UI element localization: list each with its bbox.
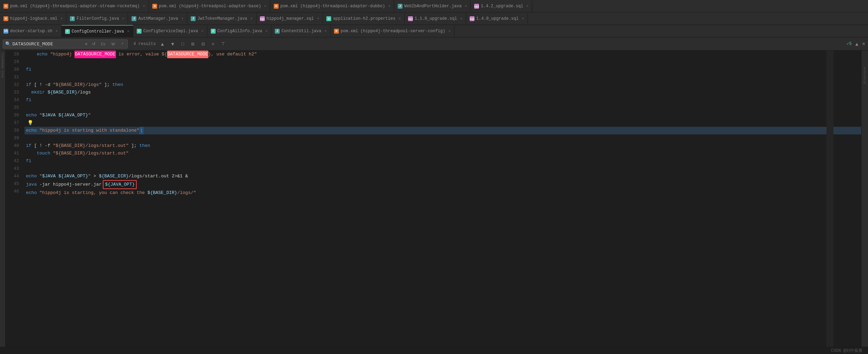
tab-label: pom.xml (hippo4j-threadpool-adapter-dubb… [280, 4, 385, 9]
tab-close[interactable]: × [265, 29, 268, 33]
tab-label: hippo4j_manager.sql [266, 16, 314, 21]
tab-label: pom.xml (hippo4j-threadpool-adapter-base… [159, 4, 261, 9]
add-cursor-button[interactable]: ⊞ [189, 41, 197, 47]
tab-contentutil[interactable]: J ContentUtil.java × [271, 25, 331, 37]
whole-word-button[interactable]: W [109, 41, 117, 47]
tab-configcontroller[interactable]: C ConfigController.java × [62, 25, 133, 37]
app-window: m pom.xml (hippo4j-threadpool-adapter-st… [0, 0, 868, 354]
collapse-results-button[interactable]: ▲ [855, 41, 859, 47]
case-sensitive-button[interactable]: Cc [99, 41, 107, 47]
tab-close[interactable]: × [264, 4, 266, 8]
tab-pom-dubbo[interactable]: m pom.xml (hippo4j-threadpool-adapter-du… [270, 0, 394, 12]
java-icon: J [132, 16, 136, 21]
tab-label: ConfigServiceImpl.java [143, 29, 198, 34]
code-line-30: fi [25, 66, 861, 73]
code-line-31 [25, 73, 861, 81]
search-input[interactable] [12, 41, 82, 46]
tab-manager-sql[interactable]: sql hippo4j_manager.sql × [256, 12, 323, 25]
replace-button[interactable]: ≡ [210, 41, 216, 47]
xml-icon: m [3, 16, 8, 21]
java-icon: J [398, 4, 403, 9]
tab-close[interactable]: × [181, 17, 184, 21]
cfg-icon: C [65, 29, 70, 34]
code-line-33: mkdir ${BASE_DIR}/logs [25, 89, 861, 96]
tab-close[interactable]: × [127, 29, 129, 34]
tab-label: pom.xml (hippo4j-threadpool-server-confi… [341, 29, 445, 34]
tab-close[interactable]: × [448, 29, 451, 33]
tab-webib[interactable]: J WebIbAndPortHolder.java × [394, 0, 471, 12]
scroll-gutter [826, 51, 833, 347]
tab-configserviceimpl[interactable]: C ConfigServiceImpl.java × [133, 25, 207, 37]
sql-icon: sql [470, 16, 474, 21]
tab-close[interactable]: × [388, 4, 390, 8]
keyword-fi-3: fi [26, 157, 31, 165]
close-search-panel-button[interactable]: × [862, 41, 865, 47]
java-icon: J [275, 29, 280, 34]
refresh-search-button[interactable]: ↺ [91, 41, 97, 47]
code-line-29 [25, 58, 861, 66]
clear-search-button[interactable]: × [83, 41, 89, 47]
regex-button[interactable]: .* [119, 41, 125, 47]
code-line-41: touch "${BASE_DIR}/logs/start.out" [25, 150, 861, 157]
filter-button[interactable]: ⊤ [219, 40, 227, 47]
tab-close[interactable]: × [250, 17, 253, 21]
code-lines: echo "hippo4j DATASOURCE_MODE is error, … [25, 51, 861, 347]
prev-result-button[interactable]: ▲ [159, 41, 166, 47]
code-line-34: fi [25, 96, 861, 104]
tab-142-upgrade[interactable]: sql 1.4.2_upgrade.sql × [471, 0, 532, 12]
tab-row-3: sh docker-startup.sh × C ConfigControlle… [0, 25, 868, 37]
tab-close[interactable]: × [526, 4, 529, 8]
tab-close[interactable]: × [460, 17, 462, 21]
code-line-43 [25, 165, 861, 172]
search-results-count: 4 results [133, 42, 156, 46]
tab-110-upgrade[interactable]: sql 1.1.0_upgrade.sql × [405, 12, 466, 25]
tab-label: 1.4.2_upgrade.sql [481, 4, 523, 9]
select-all-matches-button[interactable]: □ [179, 40, 186, 47]
tab-close[interactable]: × [317, 17, 319, 21]
tab-close[interactable]: × [143, 4, 145, 8]
tab-140-upgrade[interactable]: sql 1.4.0_upgrade.sql × [466, 12, 528, 25]
xml-icon: m [274, 4, 279, 9]
right-sidebar: Structure [861, 51, 868, 347]
tab-pom-base[interactable]: m pom.xml (hippo4j-threadpool-adapter-ba… [149, 0, 270, 12]
structure-icon[interactable]: Structure [863, 67, 867, 84]
code-line-46: echo "hippo4j is starting, you can check… [25, 189, 861, 197]
tab-logback[interactable]: m hippo4j-logback.xml × [0, 12, 66, 25]
keyword-fi-1: fi [26, 66, 31, 73]
code-line-39 [25, 134, 861, 142]
tab-close[interactable]: × [61, 17, 63, 21]
tab-label: application-h2.properties [333, 16, 395, 21]
keyword-fi-2: fi [26, 96, 31, 104]
toggle-context-button[interactable]: ⊟ [199, 41, 207, 47]
tab-pom-server-config[interactable]: m pom.xml (hippo4j-threadpool-server-con… [331, 25, 454, 37]
xml-icon: m [152, 4, 157, 9]
search-bar: 🔍 × ↺ Cc W .* 4 results ▲ ▼ □ ⊞ ⊟ ≡ ⊤ ✓5… [0, 37, 868, 51]
tab-close[interactable]: × [324, 29, 327, 33]
tab-close[interactable]: × [201, 29, 204, 33]
tab-close[interactable]: × [465, 4, 467, 8]
code-line-45: java -jar hippo4j-server.jar${JAVA_OPT} [25, 180, 861, 189]
status-bar: CSDN @刘中孤雁 [0, 347, 868, 354]
code-line-42: fi [25, 157, 861, 165]
pull-requests-icon[interactable]: Pull Requests [1, 53, 4, 78]
tab-app-h2[interactable]: ⚙ application-h2.properties × [323, 12, 405, 25]
xml-icon: m [3, 4, 8, 9]
tab-pom-rocketmq[interactable]: m pom.xml (hippo4j-threadpool-adapter-st… [0, 0, 149, 12]
tab-close[interactable]: × [55, 29, 58, 33]
tab-authmanager[interactable]: J AuthManager.java × [128, 12, 187, 25]
result-position-badge: ✓5 [847, 41, 851, 46]
tab-close[interactable]: × [522, 17, 524, 21]
tab-jwttokenmanager[interactable]: J JwtTokenManager.java × [187, 12, 256, 25]
code-editor[interactable]: 28 29 30 31 32 33 34 35 36 37 38 39 40 4… [6, 51, 861, 347]
tab-docker-startup[interactable]: sh docker-startup.sh × [0, 25, 62, 37]
tab-close[interactable]: × [122, 17, 125, 21]
tab-configallinfo[interactable]: C ConfigAllInfo.java × [207, 25, 271, 37]
code-line-38: echo "hippo4j is starting with standalon… [25, 127, 861, 134]
next-result-button[interactable]: ▼ [169, 41, 177, 47]
code-line-40: if [ ! -f "${BASE_DIR}/logs/start.out" ]… [25, 142, 861, 150]
tab-filterconfig[interactable]: J FilterConfig.java × [66, 12, 128, 25]
search-input-wrapper[interactable]: 🔍 × ↺ Cc W .* [3, 39, 128, 48]
keyword-echo-2: echo [26, 112, 37, 119]
tab-close[interactable]: × [398, 17, 401, 21]
tab-label: FilterConfig.java [76, 16, 119, 21]
